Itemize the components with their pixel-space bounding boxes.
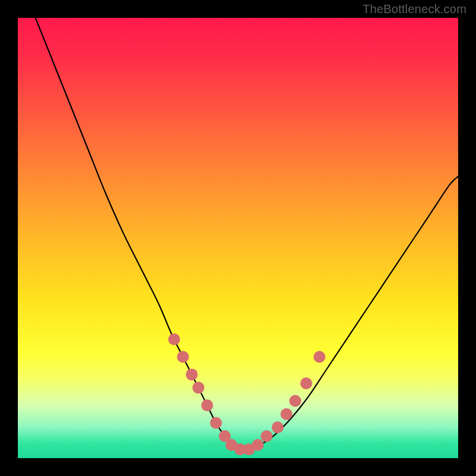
marker-dot [252,439,264,451]
marker-dot [261,430,273,442]
chart-frame: TheBottleneck.com [0,0,476,476]
marker-dot [192,382,204,394]
marker-dot [314,351,325,363]
marker-dot [280,408,292,420]
marker-dot [272,421,284,433]
marker-dot [201,399,213,411]
marker-dot [177,351,189,363]
marker-dot [289,395,301,407]
marker-dot [168,333,180,345]
watermark-text: TheBottleneck.com [362,2,466,16]
marker-dot [300,377,312,389]
marker-dot [210,417,222,429]
marker-dot [186,368,198,380]
highlight-markers [168,333,325,455]
bottleneck-curve [36,18,458,450]
plot-area [18,18,458,458]
chart-svg [18,18,458,458]
